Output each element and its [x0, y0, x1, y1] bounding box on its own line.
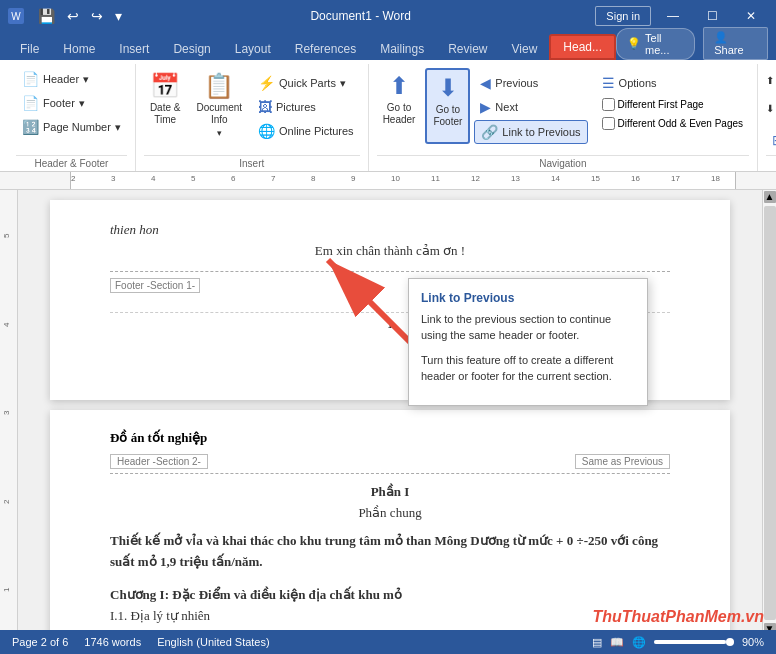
- tab-header-design[interactable]: Head...: [549, 34, 616, 60]
- quick-parts-button[interactable]: ⚡ Quick Parts ▾: [252, 72, 360, 94]
- scroll-thumb[interactable]: [764, 206, 776, 620]
- maximize-button[interactable]: ☐: [695, 5, 730, 27]
- link-to-previous-button[interactable]: 🔗 Link to Previous: [474, 120, 587, 144]
- link-previous-icon: 🔗: [481, 124, 498, 140]
- online-pictures-icon: 🌐: [258, 123, 275, 139]
- ruler-track: 2 3 4 5 6 7 8 9 10 11 12 13 14 15 16 17 …: [70, 172, 736, 189]
- page2-content: Phần I Phần chung Thiết kế mở vỉa và kha…: [110, 482, 670, 627]
- tab-references[interactable]: References: [283, 38, 368, 60]
- tab-view[interactable]: View: [500, 38, 550, 60]
- status-bar-right: ▤ 📖 🌐 90%: [592, 636, 764, 649]
- header-button[interactable]: 📄 Header ▾: [16, 68, 127, 90]
- go-to-footer-icon: ⬇: [438, 74, 458, 102]
- ruler-num-17: 17: [671, 174, 680, 183]
- different-odd-even-label: Different Odd & Even Pages: [618, 118, 743, 129]
- scroll-up-button[interactable]: ▲: [764, 191, 776, 203]
- header-section-2-label: Header -Section 2-: [110, 454, 208, 469]
- view-read-icon[interactable]: 📖: [610, 636, 624, 649]
- tab-insert[interactable]: Insert: [107, 38, 161, 60]
- tab-mailings[interactable]: Mailings: [368, 38, 436, 60]
- header-icon: 📄: [22, 71, 39, 87]
- save-button[interactable]: 💾: [34, 6, 59, 26]
- quick-parts-label: Quick Parts: [279, 77, 336, 89]
- vertical-scrollbar[interactable]: ▲ ▼: [762, 190, 776, 636]
- pictures-label: Pictures: [276, 101, 316, 113]
- ruler-num-7: 7: [271, 174, 275, 183]
- zoom-level[interactable]: 90%: [742, 636, 764, 648]
- ruler-num-4: 4: [151, 174, 155, 183]
- tell-me-label: Tell me...: [645, 32, 684, 56]
- tab-layout[interactable]: Layout: [223, 38, 283, 60]
- different-first-page-row: Different First Page: [596, 96, 749, 113]
- document-info-icon: 📋: [204, 72, 234, 100]
- footer-section-label: Footer -Section 1-: [110, 278, 200, 293]
- ruler-num-2: 2: [71, 174, 75, 183]
- ruler-num-14: 14: [551, 174, 560, 183]
- quick-parts-dropdown: ▾: [340, 77, 346, 90]
- undo-button[interactable]: ↩: [63, 6, 83, 26]
- document-info-button[interactable]: 📋 DocumentInfo ▾: [190, 68, 248, 142]
- document-info-dropdown: ▾: [217, 128, 222, 138]
- previous-icon: ◀: [480, 75, 491, 91]
- minimize-button[interactable]: —: [655, 5, 691, 27]
- customize-quick-access[interactable]: ▾: [111, 6, 126, 26]
- header-from-top-row: ⬆ Header from Top: ▲ ▼: [766, 68, 776, 92]
- page-number-button[interactable]: 🔢 Page Number ▾: [16, 116, 127, 138]
- go-to-header-button[interactable]: ⬆ Go toHeader: [377, 68, 422, 144]
- title-bar-left: W 💾 ↩ ↪ ▾: [8, 6, 126, 26]
- document-area[interactable]: thien hon Em xin chân thành cảm ơn ! Foo…: [18, 190, 762, 636]
- different-first-page-label: Different First Page: [618, 99, 704, 110]
- ribbon-group-header-footer: 📄 Header ▾ 📄 Footer ▾ 🔢 Page Number ▾ He…: [8, 64, 136, 171]
- tooltip-para1: Link to the previous section to continue…: [421, 311, 635, 344]
- ruler-num-18: 18: [711, 174, 720, 183]
- close-button[interactable]: ✕: [734, 5, 768, 27]
- zoom-thumb[interactable]: [726, 638, 734, 646]
- view-normal-icon[interactable]: ▤: [592, 636, 602, 649]
- document-page-2: Đồ án tốt nghiệp Header -Section 2- Same…: [50, 410, 730, 636]
- go-to-header-label: Go toHeader: [383, 102, 416, 126]
- pictures-button[interactable]: 🖼 Pictures: [252, 96, 360, 118]
- tab-file[interactable]: File: [8, 38, 51, 60]
- next-button[interactable]: ▶ Next: [474, 96, 587, 118]
- tooltip-link-to-previous: Link to Previous Link to the previous se…: [408, 278, 648, 406]
- insert-alignment-tab-button[interactable]: ⊞ Insert Alignment Tab: [766, 129, 776, 151]
- main-area: 1 2 3 4 5 thien hon Em xin chân thành cả…: [0, 190, 776, 636]
- page-number-dropdown-icon: ▾: [115, 121, 121, 134]
- date-time-button[interactable]: 📅 Date &Time: [144, 68, 187, 130]
- document-info-label: DocumentInfo: [196, 102, 242, 126]
- alignment-tab-icon: ⊞: [772, 132, 776, 148]
- options-icon: ☰: [602, 75, 615, 91]
- tooltip-text: Link to the previous section to continue…: [421, 311, 635, 385]
- tab-design[interactable]: Design: [161, 38, 222, 60]
- tell-me-box[interactable]: 💡 Tell me...: [616, 28, 695, 60]
- different-odd-even-checkbox[interactable]: [602, 117, 615, 130]
- options-button[interactable]: ☰ Options: [596, 72, 749, 94]
- horizontal-ruler: 2 3 4 5 6 7 8 9 10 11 12 13 14 15 16 17 …: [0, 172, 776, 190]
- ribbon-group-insert: 📅 Date &Time 📋 DocumentInfo ▾ ⚡ Quick Pa…: [136, 64, 369, 171]
- share-button[interactable]: 👤 Share: [703, 27, 768, 60]
- footer-button[interactable]: 📄 Footer ▾: [16, 92, 127, 114]
- page2-thesis-title: Đồ án tốt nghiệp: [110, 430, 207, 445]
- go-to-footer-label: Go toFooter: [433, 104, 462, 128]
- tab-review[interactable]: Review: [436, 38, 499, 60]
- view-web-icon[interactable]: 🌐: [632, 636, 646, 649]
- online-pictures-button[interactable]: 🌐 Online Pictures: [252, 120, 360, 142]
- link-to-previous-label: Link to Previous: [502, 126, 580, 138]
- footer-label: Footer: [43, 97, 75, 109]
- page1-content: thien hon Em xin chân thành cảm ơn !: [110, 220, 670, 262]
- page-number-label: Page Number: [43, 121, 111, 133]
- different-first-page-checkbox[interactable]: [602, 98, 615, 111]
- zoom-bar: [654, 640, 734, 644]
- redo-button[interactable]: ↪: [87, 6, 107, 26]
- ruler-num-15: 15: [591, 174, 600, 183]
- tab-bar-right: 💡 Tell me... 👤 Share: [616, 27, 768, 60]
- ribbon-group-content-position: ⬆ Header from Top: ▲ ▼ ⬇ Footer from Bot…: [766, 64, 776, 155]
- go-to-footer-button[interactable]: ⬇ Go toFooter: [425, 68, 470, 144]
- ruler-num-16: 16: [631, 174, 640, 183]
- previous-button[interactable]: ◀ Previous: [474, 72, 587, 94]
- quick-parts-icon: ⚡: [258, 75, 275, 91]
- tab-home[interactable]: Home: [51, 38, 107, 60]
- sign-in-button[interactable]: Sign in: [595, 6, 651, 26]
- navigation-group-label: Navigation: [377, 155, 749, 171]
- status-bar: Page 2 of 6 1746 words English (United S…: [0, 630, 776, 654]
